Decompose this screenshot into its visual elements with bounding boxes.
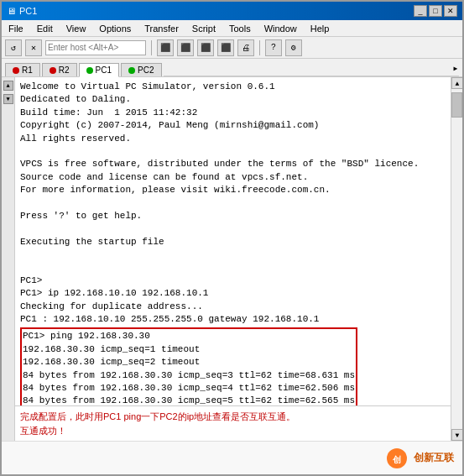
main-area: ▲ ▼ Welcome to Virtual PC Simulator, ver… xyxy=(2,77,462,441)
tab-R2[interactable]: R2 xyxy=(42,63,77,76)
menu-options[interactable]: Options xyxy=(96,23,134,34)
title-icon: 🖥 xyxy=(7,6,16,16)
scrollbar-thumb[interactable] xyxy=(451,92,462,118)
host-input[interactable] xyxy=(45,40,146,55)
tab-dot-R1 xyxy=(13,67,19,74)
terminal-container: Welcome to Virtual PC Simulator, version… xyxy=(15,77,451,441)
ping-output: PC1> ping 192.168.30.30 192.168.30.30 ic… xyxy=(23,330,355,405)
menu-tools[interactable]: Tools xyxy=(226,23,254,34)
side-toolbar: ▲ ▼ xyxy=(2,77,15,441)
toolbar-btn-1[interactable]: ⬛ xyxy=(157,39,174,56)
watermark-area: 创 创新互联 xyxy=(2,441,462,474)
toolbar-separator-2 xyxy=(259,40,260,55)
scrollbar-track xyxy=(451,118,462,429)
tab-PC2[interactable]: PC2 xyxy=(121,63,161,76)
tab-dot-R2 xyxy=(50,67,56,74)
menu-file[interactable]: File xyxy=(5,23,27,34)
reconnect-button[interactable]: ↺ xyxy=(5,39,22,56)
terminal-output: Welcome to Virtual PC Simulator, version… xyxy=(20,81,446,326)
toolbar-btn-3[interactable]: ⬛ xyxy=(197,39,214,56)
side-btn-2[interactable]: ▼ xyxy=(3,94,13,104)
tab-bar: R1 R2 PC1 PC2 ▶ xyxy=(2,59,462,77)
menu-script[interactable]: Script xyxy=(189,23,219,34)
toolbar: ↺ ✕ ⬛ ⬛ ⬛ ⬛ 🖨 ? ⚙ xyxy=(2,37,462,59)
terminal[interactable]: Welcome to Virtual PC Simulator, version… xyxy=(15,77,451,405)
annotation-line1: 完成配置后，此时用PC1 ping一下PC2的ip地址查看是否互联互通。 xyxy=(20,411,295,421)
svg-text:创: 创 xyxy=(392,455,401,464)
tab-label-PC1: PC1 xyxy=(96,65,112,75)
menu-bar: File Edit View Options Transfer Script T… xyxy=(2,20,462,37)
tab-label-PC2: PC2 xyxy=(138,65,154,75)
watermark-logo-icon: 创 xyxy=(385,447,409,470)
menu-view[interactable]: View xyxy=(63,23,90,34)
title-controls: _ □ ✕ xyxy=(414,5,457,17)
tab-dot-PC2 xyxy=(128,67,135,74)
maximize-button[interactable]: □ xyxy=(429,5,442,17)
tab-dot-PC1 xyxy=(86,67,93,74)
annotation-line2: 互通成功！ xyxy=(20,426,66,436)
menu-window[interactable]: Window xyxy=(261,23,300,34)
minimize-button[interactable]: _ xyxy=(414,5,427,17)
watermark: 创 创新互联 xyxy=(385,447,454,470)
menu-edit[interactable]: Edit xyxy=(34,23,56,34)
menu-help[interactable]: Help xyxy=(307,23,333,34)
side-btn-1[interactable]: ▲ xyxy=(3,81,13,91)
tab-PC1[interactable]: PC1 xyxy=(79,63,119,77)
tab-label-R2: R2 xyxy=(59,65,70,75)
window-title: PC1 xyxy=(19,6,37,16)
menu-transfer[interactable]: Transfer xyxy=(141,23,182,34)
toolbar-separator xyxy=(151,40,152,55)
close-button[interactable]: ✕ xyxy=(444,5,457,17)
toolbar-btn-help[interactable]: ? xyxy=(265,39,282,56)
annotation-text: 完成配置后，此时用PC1 ping一下PC2的ip地址查看是否互联互通。 互通成… xyxy=(20,410,446,437)
annotation-area: 完成配置后，此时用PC1 ping一下PC2的ip地址查看是否互联互通。 互通成… xyxy=(15,405,451,441)
title-bar-left: 🖥 PC1 xyxy=(7,6,37,16)
watermark-text: 创新互联 xyxy=(414,451,454,465)
tab-R1[interactable]: R1 xyxy=(5,63,40,76)
scroll-up-button[interactable]: ▲ xyxy=(451,77,462,89)
toolbar-btn-2[interactable]: ⬛ xyxy=(177,39,194,56)
ping-result-box: PC1> ping 192.168.30.30 192.168.30.30 ic… xyxy=(20,327,357,405)
scrollbar-vertical[interactable]: ▲ ▼ xyxy=(451,77,462,441)
toolbar-btn-settings[interactable]: ⚙ xyxy=(285,39,302,56)
title-bar: 🖥 PC1 _ □ ✕ xyxy=(2,2,462,20)
scroll-down-button[interactable]: ▼ xyxy=(451,429,462,441)
toolbar-btn-4[interactable]: ⬛ xyxy=(217,39,234,56)
tab-label-R1: R1 xyxy=(22,65,33,75)
disconnect-button[interactable]: ✕ xyxy=(25,39,42,56)
tab-scroll-right[interactable]: ▶ xyxy=(452,60,459,76)
main-window: 🖥 PC1 _ □ ✕ File Edit View Options Trans… xyxy=(0,0,464,476)
toolbar-btn-print[interactable]: 🖨 xyxy=(237,39,254,56)
